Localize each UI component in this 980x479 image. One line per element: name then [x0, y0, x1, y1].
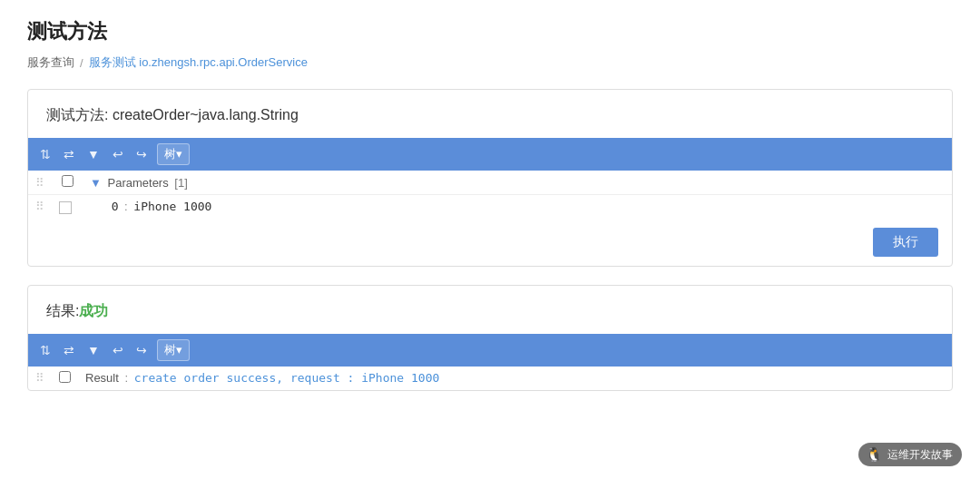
expand-icon[interactable]: ▼: [90, 176, 102, 190]
drag-handle: ⠿: [28, 195, 52, 219]
test-toolbar: ⇅ ⇄ ▼ ↩ ↪ 树▾: [28, 138, 952, 171]
test-card: 测试方法: createOrder~java.lang.String ⇅ ⇄ ▼…: [27, 89, 953, 267]
result-table: ⠿ Result : create order success, request…: [28, 367, 952, 390]
drag-handle: ⠿: [28, 367, 52, 390]
result-redo-icon[interactable]: ↪: [133, 341, 150, 359]
sort-up-icon[interactable]: ⇅: [37, 145, 54, 163]
result-label: 结果:成功: [28, 286, 952, 334]
result-undo-icon[interactable]: ↩: [110, 341, 126, 359]
node-count: [1]: [174, 176, 187, 190]
table-row: ⠿ Result : create order success, request…: [28, 367, 952, 390]
row-checkbox[interactable]: [52, 171, 83, 195]
param-index: 0: [112, 200, 119, 213]
sort-left-icon[interactable]: ⇄: [61, 145, 77, 163]
node-icon: [59, 201, 72, 214]
drag-handle: ⠿: [28, 171, 52, 195]
test-card-header: 测试方法: createOrder~java.lang.String: [28, 90, 952, 138]
param-checkbox-1[interactable]: [62, 175, 74, 187]
result-tree-button[interactable]: 树▾: [157, 339, 190, 361]
param-value-cell: 0 : iPhone 1000: [83, 195, 952, 219]
row-checkbox-2[interactable]: [52, 195, 83, 219]
result-checkbox-1[interactable]: [59, 371, 71, 383]
colon: :: [124, 200, 128, 213]
result-value-cell: Result : create order success, request :…: [78, 367, 952, 390]
result-status: 成功: [79, 303, 108, 318]
page-title: 测试方法: [27, 18, 953, 45]
undo-icon[interactable]: ↩: [110, 145, 126, 163]
result-node-name: Result: [85, 371, 119, 385]
breadcrumb-separator: /: [80, 56, 83, 70]
result-colon: :: [124, 371, 128, 385]
tree-button[interactable]: 树▾: [157, 143, 190, 165]
breadcrumb-home[interactable]: 服务查询: [27, 54, 74, 71]
result-sort-up-icon[interactable]: ⇅: [37, 341, 54, 359]
result-filter-icon[interactable]: ▼: [84, 341, 103, 359]
param-value: iPhone 1000: [133, 200, 211, 213]
test-card-footer: 执行: [28, 219, 952, 266]
param-name-cell: ▼ Parameters [1]: [83, 171, 952, 195]
result-node-value: create order success, request : iPhone 1…: [134, 371, 440, 385]
result-prefix: 结果:: [46, 303, 79, 318]
result-toolbar: ⇅ ⇄ ▼ ↩ ↪ 树▾: [28, 334, 952, 367]
parameters-table: ⠿ ▼ Parameters [1] ⠿: [28, 171, 952, 219]
breadcrumb: 服务查询 / 服务测试 io.zhengsh.rpc.api.OrderServ…: [27, 54, 953, 71]
result-card: 结果:成功 ⇅ ⇄ ▼ ↩ ↪ 树▾ ⠿ Result: [27, 285, 953, 391]
redo-icon[interactable]: ↪: [133, 145, 150, 163]
node-name: Parameters: [108, 176, 169, 190]
filter-icon[interactable]: ▼: [84, 145, 103, 163]
exec-button[interactable]: 执行: [873, 228, 938, 257]
table-row: ⠿ 0 : iPhone 1000: [28, 195, 952, 219]
table-row: ⠿ ▼ Parameters [1]: [28, 171, 952, 195]
breadcrumb-current[interactable]: 服务测试 io.zhengsh.rpc.api.OrderService: [89, 54, 308, 71]
result-checkbox[interactable]: [52, 367, 78, 390]
result-sort-left-icon[interactable]: ⇄: [61, 341, 77, 359]
